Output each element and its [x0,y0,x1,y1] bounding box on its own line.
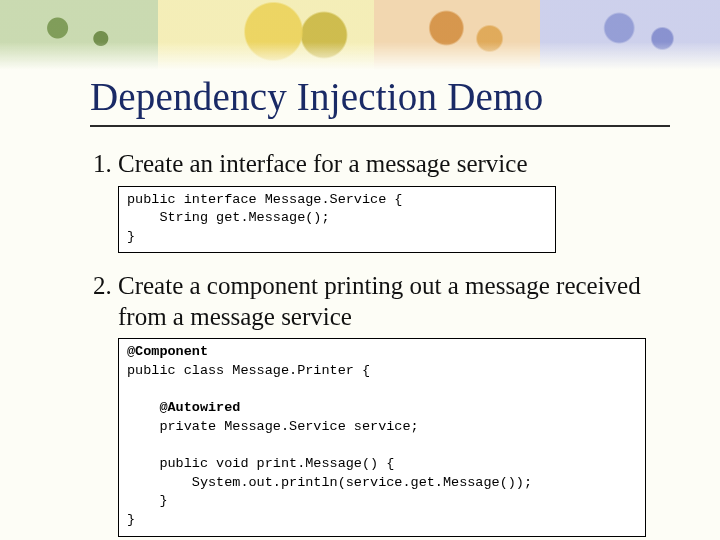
step-1-text: Create an interface for a message servic… [118,150,528,177]
decorative-banner [0,0,720,70]
step-1: Create an interface for a message servic… [118,149,670,253]
steps-list: Create an interface for a message servic… [90,149,670,537]
code-block-1: public interface Message.Service { Strin… [118,186,556,254]
slide-content: Dependency Injection Demo Create an inte… [90,74,670,540]
slide-title: Dependency Injection Demo [90,74,670,119]
step-2-text: Create a component printing out a messag… [118,272,641,330]
step-2: Create a component printing out a messag… [118,271,670,536]
code-block-2: @Component public class Message.Printer … [118,338,646,536]
title-underline [90,125,670,127]
